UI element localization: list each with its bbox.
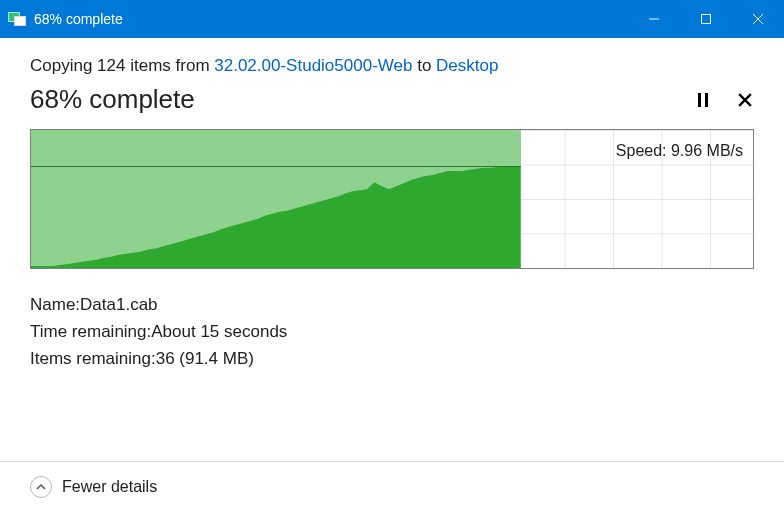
minimize-icon [648, 13, 660, 25]
summary-to-word: to [412, 56, 436, 75]
speed-readout: Speed: 9.96 MB/s [616, 142, 743, 160]
title-bar-left: 68% complete [0, 0, 628, 38]
chart-average-line [31, 166, 521, 167]
time-remaining-label: Time remaining: [30, 318, 151, 345]
close-button[interactable] [732, 0, 784, 38]
speed-label-text: Speed: [616, 142, 671, 159]
cancel-button[interactable] [736, 91, 754, 109]
fewer-details-button[interactable] [30, 476, 52, 498]
copy-dialog-icon [8, 12, 26, 26]
svg-rect-1 [702, 15, 711, 24]
dest-link[interactable]: Desktop [436, 56, 498, 75]
speed-value: 9.96 MB/s [671, 142, 743, 159]
throughput-chart: Speed: 9.96 MB/s [30, 129, 754, 269]
name-value: Data1.cab [80, 295, 158, 314]
title-bar: 68% complete [0, 0, 784, 38]
minimize-button[interactable] [628, 0, 680, 38]
pause-button[interactable] [694, 91, 712, 109]
fewer-details-label: Fewer details [62, 478, 157, 496]
chart-area [31, 130, 521, 268]
chevron-up-icon [36, 482, 46, 492]
pause-icon [698, 93, 708, 107]
summary-items-word: items from [125, 56, 214, 75]
maximize-button[interactable] [680, 0, 732, 38]
details-block: Name: Data1.cab Time remaining: About 15… [30, 291, 754, 373]
percent-headline: 68% complete [30, 84, 694, 115]
cancel-icon [738, 93, 752, 107]
close-icon [752, 13, 764, 25]
items-remaining-value: 36 (91.4 MB) [156, 349, 254, 368]
name-label: Name: [30, 291, 80, 318]
summary-prefix: Copying [30, 56, 97, 75]
time-remaining-value: About 15 seconds [151, 322, 287, 341]
items-remaining-label: Items remaining: [30, 345, 156, 372]
window-title: 68% complete [34, 11, 123, 27]
copy-summary: Copying 124 items from 32.02.00-Studio50… [30, 56, 754, 76]
maximize-icon [700, 13, 712, 25]
source-link[interactable]: 32.02.00-Studio5000-Web [214, 56, 412, 75]
summary-count: 124 [97, 56, 125, 75]
